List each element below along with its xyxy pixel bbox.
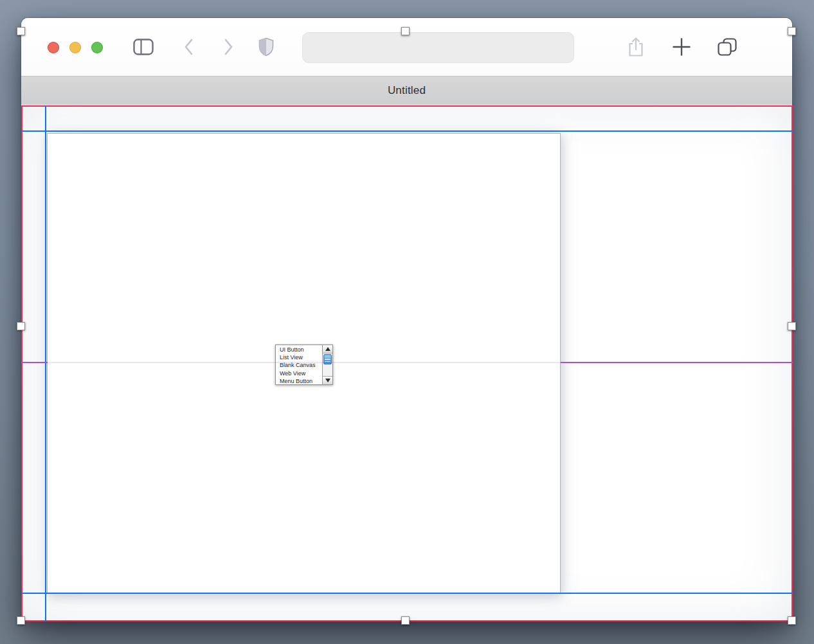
horizontal-guide-middle — [21, 362, 48, 363]
forward-button[interactable] — [214, 33, 242, 61]
new-tab-icon — [672, 37, 691, 57]
resize-handle-top-center[interactable] — [401, 27, 410, 35]
horizontal-guide-bottom — [21, 593, 793, 594]
close-button[interactable] — [48, 42, 59, 53]
forward-icon — [221, 37, 236, 57]
horizontal-guide-middle — [561, 362, 793, 363]
sidebar-toggle-button[interactable] — [129, 33, 158, 61]
vertical-guide — [45, 105, 46, 622]
minimize-button[interactable] — [69, 42, 81, 53]
new-tab-button[interactable] — [667, 33, 696, 61]
zoom-button[interactable] — [91, 42, 103, 53]
sidebar-toggle-icon — [132, 37, 154, 57]
back-icon — [181, 37, 197, 57]
back-button[interactable] — [175, 33, 203, 61]
show-all-tabs-button[interactable] — [713, 33, 741, 61]
horizontal-guide-middle-faint — [48, 362, 561, 363]
privacy-shield-icon — [257, 37, 275, 57]
address-bar-input[interactable] — [302, 32, 574, 63]
resize-handle-top-right[interactable] — [788, 27, 796, 35]
resize-handle-top-left[interactable] — [17, 27, 25, 35]
resize-handle-bottom-center[interactable] — [401, 616, 410, 625]
horizontal-guide-top — [21, 130, 793, 132]
tabs-overview-icon — [717, 37, 737, 57]
resize-handle-bottom-left[interactable] — [17, 616, 25, 625]
selection-outline — [21, 105, 793, 622]
desktop: Untitled UI Button List View Blank Canva… — [0, 0, 814, 644]
resize-handle-bottom-right[interactable] — [788, 616, 796, 625]
share-icon — [626, 36, 646, 58]
share-button[interactable] — [622, 33, 650, 61]
resize-handle-middle-right[interactable] — [788, 322, 796, 330]
resize-handle-middle-left[interactable] — [17, 322, 25, 330]
tab-bar[interactable]: Untitled — [21, 76, 792, 105]
privacy-button[interactable] — [252, 33, 280, 61]
tab-title: Untitled — [388, 84, 426, 97]
